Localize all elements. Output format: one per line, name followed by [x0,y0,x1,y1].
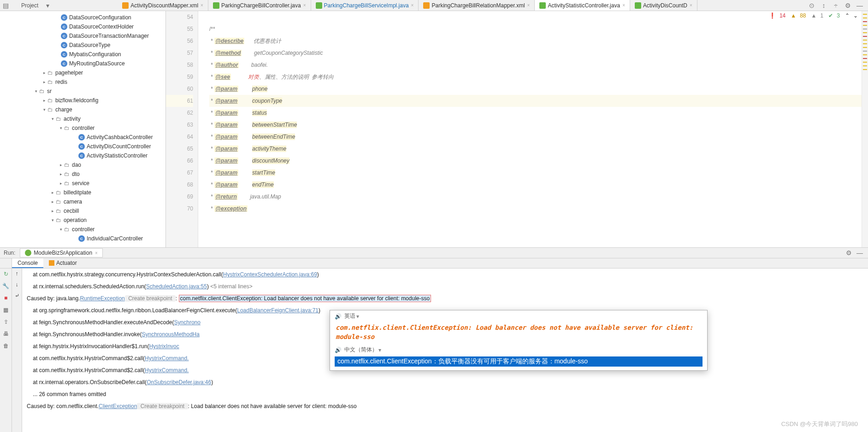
up-icon[interactable]: ↑ [16,270,18,277]
tree-folder-item[interactable]: ▸🗀dto [0,169,165,179]
lang-zh-label[interactable]: 中文（简体） [330,344,707,356]
source-link[interactable]: HystrixCommand. [145,367,189,374]
trash-icon[interactable]: 🗑 [2,342,10,350]
source-link[interactable]: Synchrono [174,319,201,326]
project-tree[interactable]: CDataSourceConfigurationCDataSourceConte… [0,11,166,247]
down-icon[interactable]: ↓ [16,281,18,288]
chevron-down-icon[interactable]: ▾ [44,2,51,9]
editor-content[interactable]: /** * @describe 优惠卷统计 * @method getCoupo… [198,11,862,247]
export-icon[interactable]: ⇪ [2,318,10,326]
gear-icon[interactable]: ⚙ [845,249,852,257]
tab-label: ParkingChargeBillRelationMapper.xml [431,2,525,9]
tree-folder-item[interactable]: ▾🗀operation [0,216,165,225]
tree-folder-item[interactable]: ▸🗀pagehelper [0,68,165,77]
tree-class-item[interactable]: CDataSourceContextHolder [0,22,165,31]
tree-class-item[interactable]: CMyRoutingDataSource [0,59,165,68]
highlighted-exception[interactable]: com.netflix.client.ClientException: Load… [179,295,431,302]
editor-markers[interactable] [862,11,868,247]
collapse-icon[interactable]: — [856,249,863,257]
source-link[interactable]: LoadBalancerFeignClient.java:71 [237,307,319,314]
expand-icon[interactable]: ▾ [50,117,55,121]
source-link[interactable]: ClientException [99,403,137,409]
expand-icon[interactable]: ▸ [58,181,64,186]
tree-class-item[interactable]: CIndividualCarController [0,234,165,243]
collapse-icon[interactable]: — [856,2,863,9]
file-tab[interactable]: ActivityStatisticController.java× [535,0,630,11]
source-link[interactable]: RuntimeException [80,295,124,302]
expand-icon[interactable]: ▸ [41,98,47,103]
tree-folder-item[interactable]: ▾🗀controller [0,225,165,234]
stop-icon[interactable]: ■ [2,294,10,302]
expand-icon[interactable]: ▾ [58,126,64,130]
close-icon[interactable]: × [690,3,692,8]
create-breakpoint[interactable]: Create breakpoint [125,295,176,302]
expand-icon[interactable]: ▸ [50,190,55,195]
inspection-indicators[interactable]: ❗14 ▲88 ▲1 ✔3 ⌃⌄ [765,12,858,19]
expand-icon[interactable]: ▸ [41,80,47,84]
expand-icon[interactable]: ▾ [33,89,39,93]
divide-icon[interactable]: ÷ [832,2,839,9]
lang-en-label[interactable]: 英语 [330,310,707,322]
tree-folder-item[interactable]: ▾🗀charge [0,105,165,114]
tree-folder-item[interactable]: ▸🗀redis [0,77,165,87]
gear-icon[interactable]: ⚙ [844,2,851,9]
rerun-icon[interactable]: ↻ [2,270,10,278]
translation-popup[interactable]: 英语 com.netflix.client.ClientException: L… [330,310,708,371]
source-link[interactable]: HystrixContexSchedulerAction.java:69 [223,271,317,278]
tree-folder-item[interactable]: ▸🗀dao [0,160,165,169]
close-icon[interactable]: × [527,3,530,8]
close-icon[interactable]: × [201,3,203,8]
print-icon[interactable]: 🖶 [2,330,10,338]
tree-folder-item[interactable]: ▸🗀billeditplate [0,188,165,197]
tree-class-item[interactable]: CDataSourceConfiguration [0,13,165,22]
expand-icon[interactable]: ▾ [58,227,64,232]
file-tab[interactable]: ActivityDisCountD× [630,0,697,11]
tree-folder-item[interactable]: ▸🗀camera [0,197,165,206]
tree-class-item[interactable]: CActivityDisCountController [0,142,165,151]
tree-folder-item[interactable]: ▾🗀activity [0,114,165,123]
project-tool-label[interactable]: Project [11,2,42,9]
console-line: Caused by: com.netflix.client.ClientExce… [27,400,868,412]
layout-icon[interactable]: ▦ [2,306,10,314]
create-breakpoint[interactable]: Create breakpoint [137,403,188,409]
tree-class-item[interactable]: CDataSourceType [0,41,165,50]
file-tab[interactable]: ParkingChargeBillServiceImpl.java× [311,0,419,11]
run-configuration[interactable]: ModuleBizSrApplication × [20,248,103,257]
source-link[interactable]: OnSubscribeDefer.java:46 [147,379,211,385]
source-link[interactable]: HystrixInvoc [149,343,179,350]
tree-folder-item[interactable]: ▾🗀controller [0,123,165,133]
project-icon[interactable]: ▤ [2,2,9,9]
expand-icon[interactable]: ▸ [50,199,55,204]
tree-class-item[interactable]: CMybatisConfiguration [0,50,165,59]
source-link[interactable]: HystrixCommand. [145,355,189,362]
tree-class-item[interactable]: CDataSourceTransactionManager [0,31,165,41]
close-icon[interactable]: × [411,3,414,8]
wrap-icon[interactable]: ⤶ [15,292,19,299]
tree-folder-item[interactable]: ▸🗀service [0,179,165,188]
expand-icon[interactable]: ▸ [58,163,64,167]
source-link[interactable]: SynchronousMethodHa [142,331,199,338]
target-icon[interactable]: ⊙ [808,2,815,9]
tree-class-item[interactable]: CActivityCashbackController [0,133,165,142]
file-tab[interactable]: ParkingChargeBillController.java× [208,0,311,11]
close-icon[interactable]: × [622,3,625,8]
close-icon[interactable]: × [303,3,306,8]
tab-console[interactable]: Console [12,258,43,268]
expand-icon[interactable]: ▾ [41,107,47,112]
sort-icon[interactable]: ↕ [820,2,827,9]
close-icon[interactable]: × [95,251,98,256]
expand-icon[interactable]: ▾ [50,218,55,222]
tree-folder-item[interactable]: ▸🗀bizflow.fieldconfig [0,96,165,105]
tree-folder-item[interactable]: ▾🗀sr [0,87,165,96]
expand-icon[interactable]: ▸ [50,209,55,213]
source-link[interactable]: ScheduledAction.java:55 [146,283,207,290]
tree-folder-item[interactable]: ▸🗀cecbill [0,206,165,216]
expand-icon[interactable]: ▸ [58,172,64,176]
tab-actuator[interactable]: Actuator [43,258,83,268]
code-editor[interactable]: 5455565758596061626364656667686970 /** *… [166,11,868,247]
file-tab[interactable]: ActivityDiscountMapper.xml× [118,0,208,11]
tree-class-item[interactable]: CActivityStatisticController [0,151,165,160]
expand-icon[interactable]: ▸ [41,70,47,75]
file-tab[interactable]: ParkingChargeBillRelationMapper.xml× [419,0,535,11]
tools-icon[interactable]: 🔧 [2,282,10,290]
